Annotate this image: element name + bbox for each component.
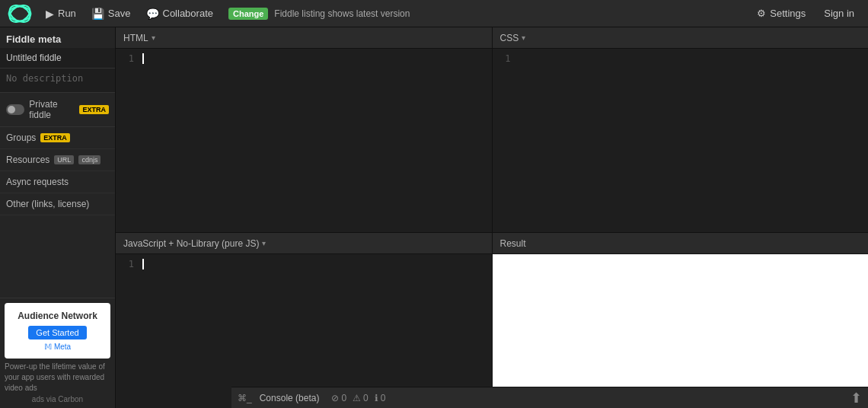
result-area xyxy=(493,254,869,408)
ad-box: Audience Network Get Started 𝕄 Meta xyxy=(5,303,110,359)
error-count-value: 0 xyxy=(341,393,346,403)
collaborate-label: Collaborate xyxy=(163,8,214,19)
error-count: ⊘ 0 xyxy=(331,393,346,403)
other-row[interactable]: Other (links, license) xyxy=(0,193,115,215)
fiddle-description-input[interactable] xyxy=(0,69,115,93)
css-line-1: 1 xyxy=(505,53,510,64)
settings-label: Settings xyxy=(770,8,806,19)
info-count: ℹ 0 xyxy=(375,393,386,403)
css-label: CSS xyxy=(500,33,519,43)
js-cursor xyxy=(142,259,144,269)
change-badge: Change xyxy=(228,8,268,20)
ad-area: Audience Network Get Started 𝕄 Meta Powe… xyxy=(0,298,115,408)
run-button[interactable]: ▶ Run xyxy=(40,5,82,23)
js-panel-header[interactable]: JavaScript + No-Library (pure JS) ▾ xyxy=(116,233,492,254)
save-button[interactable]: 💾 Save xyxy=(85,5,137,23)
groups-label: Groups xyxy=(6,132,36,143)
toggle-knob xyxy=(8,106,15,113)
css-panel-header[interactable]: CSS ▾ xyxy=(493,27,869,49)
content-area: HTML ▾ 1 CSS ▾ 1 xyxy=(116,27,868,408)
meta-label: Meta xyxy=(54,343,71,351)
signin-link[interactable]: Sign in xyxy=(818,5,860,22)
resources-row[interactable]: Resources URL cdnjs xyxy=(0,149,115,171)
groups-extra-badge: EXTRA xyxy=(40,133,70,142)
private-extra-badge: EXTRA xyxy=(79,105,109,114)
html-panel-header[interactable]: HTML ▾ xyxy=(116,27,492,49)
async-requests-row[interactable]: Async requests xyxy=(0,171,115,193)
js-label: JavaScript + No-Library (pure JS) xyxy=(123,238,259,249)
html-panel: HTML ▾ 1 xyxy=(116,27,493,232)
save-label: Save xyxy=(108,8,131,19)
async-label: Async requests xyxy=(6,177,69,187)
html-label: HTML xyxy=(123,33,148,43)
fiddle-listing-message: Fiddle listing shows latest version xyxy=(274,8,410,19)
url-badge: URL xyxy=(54,155,74,164)
html-editor[interactable]: 1 xyxy=(116,49,492,232)
css-editor[interactable]: 1 xyxy=(493,49,869,232)
ad-caption: Power-up the lifetime value of your app … xyxy=(5,359,110,395)
run-label: Run xyxy=(58,8,76,19)
save-icon: 💾 xyxy=(91,8,104,20)
console-icon: ⌘_ xyxy=(238,393,252,403)
ad-title: Audience Network xyxy=(12,311,103,321)
css-line-numbers: 1 xyxy=(493,49,514,69)
svg-point-1 xyxy=(8,2,32,25)
top-panels: HTML ▾ 1 CSS ▾ 1 xyxy=(116,27,868,233)
bottom-panels: JavaScript + No-Library (pure JS) ▾ 1 Re… xyxy=(116,233,868,408)
result-panel: Result xyxy=(493,233,869,408)
result-label: Result xyxy=(500,238,526,249)
html-line-numbers: 1 xyxy=(116,49,137,69)
js-line-numbers: 1 xyxy=(116,254,137,274)
collaborate-button[interactable]: 💬 Collaborate xyxy=(140,5,220,23)
settings-icon: ⚙ xyxy=(757,8,766,19)
sidebar: Fiddle meta Private fiddle EXTRA Groups … xyxy=(0,27,116,408)
private-toggle[interactable] xyxy=(6,104,24,115)
console-label[interactable]: Console (beta) xyxy=(260,393,320,403)
ad-get-started-button[interactable]: Get Started xyxy=(28,326,86,339)
cdnjs-badge: cdnjs xyxy=(78,155,101,164)
fiddle-name-input[interactable] xyxy=(0,48,115,69)
js-editor[interactable]: 1 xyxy=(116,254,492,408)
ad-meta-logo: 𝕄 Meta xyxy=(12,343,103,351)
result-panel-header: Result xyxy=(493,233,869,254)
settings-button[interactable]: ⚙ Settings xyxy=(751,5,812,22)
topbar: ▶ Run 💾 Save 💬 Collaborate Change Fiddle… xyxy=(0,0,868,27)
groups-row[interactable]: Groups EXTRA xyxy=(0,127,115,149)
resources-label: Resources xyxy=(6,155,49,165)
warning-count: ⚠ 0 xyxy=(353,393,369,403)
run-icon: ▶ xyxy=(46,8,54,20)
console-counts: ⊘ 0 ⚠ 0 ℹ 0 xyxy=(331,393,385,403)
warning-icon: ⚠ xyxy=(353,393,361,403)
meta-icon: 𝕄 xyxy=(44,343,52,351)
private-label: Private fiddle xyxy=(29,99,75,120)
js-dropdown-arrow: ▾ xyxy=(262,239,266,247)
css-dropdown-arrow: ▾ xyxy=(522,33,525,42)
html-dropdown-arrow: ▾ xyxy=(152,33,155,42)
css-panel: CSS ▾ 1 xyxy=(493,27,869,232)
other-label: Other (links, license) xyxy=(6,199,89,209)
js-panel: JavaScript + No-Library (pure JS) ▾ 1 xyxy=(116,233,493,408)
private-fiddle-row: Private fiddle EXTRA xyxy=(0,93,115,127)
error-icon: ⊘ xyxy=(331,393,339,403)
logo xyxy=(8,2,32,26)
topbar-right: ⚙ Settings Sign in xyxy=(751,5,860,22)
warning-count-value: 0 xyxy=(363,393,369,403)
console-bar: ⌘_ Console (beta) ⊘ 0 ⚠ 0 ℹ 0 xyxy=(231,387,868,408)
html-line-1: 1 xyxy=(129,53,134,64)
main-layout: Fiddle meta Private fiddle EXTRA Groups … xyxy=(0,27,868,408)
via-carbon: ads via Carbon xyxy=(5,395,110,403)
svg-point-2 xyxy=(9,6,31,21)
info-icon: ℹ xyxy=(375,393,378,403)
info-count-value: 0 xyxy=(381,393,386,403)
fiddle-meta-title: Fiddle meta xyxy=(0,27,115,48)
js-line-1: 1 xyxy=(129,259,134,269)
scroll-indicator[interactable]: ⬆ xyxy=(850,390,862,406)
collaborate-icon: 💬 xyxy=(146,8,159,20)
html-cursor xyxy=(142,53,144,64)
